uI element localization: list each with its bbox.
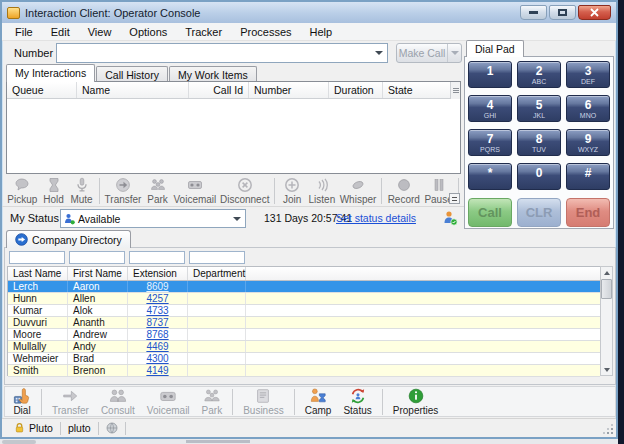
key-8[interactable]: 8TUV: [517, 129, 561, 156]
key-2[interactable]: 2ABC: [517, 61, 561, 88]
menu-processes[interactable]: Processes: [231, 24, 300, 40]
directory-row[interactable]: Wehmeier Brad 4300: [8, 353, 600, 365]
toolbar-separator: [41, 389, 42, 415]
col-last-name[interactable]: Last Name: [8, 267, 68, 280]
status-button[interactable]: Status: [339, 387, 375, 416]
directory-row[interactable]: Moore Andrew 8768: [8, 329, 600, 341]
menu-file[interactable]: File: [6, 24, 42, 40]
mute-button[interactable]: Mute: [69, 177, 95, 205]
number-combobox[interactable]: [56, 43, 388, 63]
key-0[interactable]: 0: [517, 163, 561, 190]
key-7[interactable]: 7PQRS: [468, 129, 512, 156]
make-call-button[interactable]: Make Call: [396, 43, 462, 63]
menu-help[interactable]: Help: [301, 24, 342, 40]
extension-link[interactable]: 8768: [146, 329, 168, 340]
col-name[interactable]: Name: [77, 82, 189, 98]
agent-check-icon[interactable]: [443, 210, 458, 226]
consult-button[interactable]: Consult: [97, 387, 139, 416]
menu-options[interactable]: Options: [120, 24, 176, 40]
tab-my-work-items[interactable]: My Work Items: [169, 66, 257, 82]
extension-link[interactable]: 4257: [146, 293, 168, 304]
maximize-button[interactable]: [549, 5, 576, 20]
extension-link[interactable]: 4733: [146, 305, 168, 316]
status-bar: Pluto pluto: [2, 418, 616, 437]
key-6[interactable]: 6MNO: [566, 95, 610, 122]
whisper-button[interactable]: Whisper: [339, 177, 378, 205]
directory-row[interactable]: Duvvuri Ananth 8737: [8, 317, 600, 329]
park-button-2[interactable]: Park: [198, 387, 227, 416]
resize-grip[interactable]: [602, 423, 614, 435]
directory-row[interactable]: Smith Brenon 4149: [8, 365, 600, 377]
col-extension[interactable]: Extension: [128, 267, 188, 280]
status-dropdown-button[interactable]: [229, 210, 245, 227]
tab-call-history[interactable]: Call History: [96, 66, 168, 82]
menu-edit[interactable]: Edit: [42, 24, 79, 40]
col-call-id[interactable]: Call Id: [189, 82, 249, 98]
end-button[interactable]: End: [566, 198, 610, 227]
camp-button[interactable]: Camp: [301, 387, 336, 416]
col-number[interactable]: Number: [249, 82, 329, 98]
make-call-dropdown[interactable]: [447, 44, 461, 62]
record-button[interactable]: Record: [386, 177, 421, 205]
key-3[interactable]: 3DEF: [566, 61, 610, 88]
key-1[interactable]: 1: [468, 61, 512, 88]
extension-link[interactable]: 8609: [146, 281, 168, 292]
disconnect-x-icon: [237, 177, 253, 193]
dial-button[interactable]: Dial: [9, 387, 35, 416]
disconnect-button[interactable]: Disconnect: [219, 177, 270, 205]
col-queue[interactable]: Queue: [7, 82, 77, 98]
directory-row[interactable]: Lerch Aaron 8609: [8, 281, 600, 293]
key-star[interactable]: *: [468, 163, 512, 190]
call-button[interactable]: Call: [468, 198, 512, 227]
listen-button[interactable]: Listen: [307, 177, 336, 205]
clear-button[interactable]: CLR: [517, 198, 561, 227]
close-button[interactable]: [578, 5, 611, 20]
business-button[interactable]: Business: [239, 387, 288, 416]
directory-row[interactable]: Hunn Allen 4257: [8, 293, 600, 305]
transfer-button-2[interactable]: Transfer: [48, 387, 93, 416]
directory-row[interactable]: Mullally Andy 4469: [8, 341, 600, 353]
set-status-details-link[interactable]: Set status details: [336, 212, 416, 224]
toolbar-overflow-button[interactable]: [449, 193, 460, 204]
extension-link[interactable]: 8737: [146, 317, 168, 328]
scroll-down-button[interactable]: [601, 364, 612, 375]
menu-view[interactable]: View: [79, 24, 121, 40]
key-4[interactable]: 4GHI: [468, 95, 512, 122]
extension-link[interactable]: 4149: [146, 365, 168, 376]
filter-first-name[interactable]: [69, 251, 125, 264]
key-pound[interactable]: #: [566, 163, 610, 190]
tab-my-interactions[interactable]: My Interactions: [6, 64, 95, 82]
park-button[interactable]: Park: [145, 177, 171, 205]
number-input[interactable]: [57, 45, 371, 61]
company-directory-panel: Last Name First Name Extension Departmen…: [4, 247, 616, 385]
key-9[interactable]: 9WXYZ: [566, 129, 610, 156]
properties-button[interactable]: Properties: [389, 387, 443, 416]
column-chooser-button[interactable]: [450, 82, 460, 99]
scroll-up-button[interactable]: [601, 267, 612, 278]
transfer-button[interactable]: Transfer: [104, 177, 143, 205]
col-first-name[interactable]: First Name: [68, 267, 128, 280]
voicemail-button[interactable]: Voicemail: [173, 177, 218, 205]
number-dropdown-button[interactable]: [371, 44, 387, 62]
minimize-button[interactable]: [520, 5, 547, 20]
menu-tracker[interactable]: Tracker: [176, 24, 231, 40]
col-state[interactable]: State: [383, 82, 460, 98]
tab-company-directory[interactable]: Company Directory: [6, 230, 131, 248]
key-5[interactable]: 5JKL: [517, 95, 561, 122]
directory-scrollbar[interactable]: [600, 266, 613, 376]
hold-button[interactable]: Hold: [41, 177, 67, 205]
status-combobox[interactable]: Available: [60, 209, 246, 228]
col-department[interactable]: Department: [188, 267, 246, 280]
col-duration[interactable]: Duration: [329, 82, 383, 98]
pickup-button[interactable]: Pickup: [6, 177, 39, 205]
filter-department[interactable]: [189, 251, 245, 264]
extension-link[interactable]: 4300: [146, 353, 168, 364]
filter-last-name[interactable]: [9, 251, 65, 264]
join-button[interactable]: Join: [279, 177, 305, 205]
voicemail-button-2[interactable]: Voicemail: [143, 387, 194, 416]
tab-dial-pad[interactable]: Dial Pad: [466, 40, 524, 57]
scrollbar-thumb[interactable]: [601, 279, 612, 299]
extension-link[interactable]: 4469: [146, 341, 168, 352]
directory-row[interactable]: Kumar Alok 4733: [8, 305, 600, 317]
filter-extension[interactable]: [129, 251, 185, 264]
